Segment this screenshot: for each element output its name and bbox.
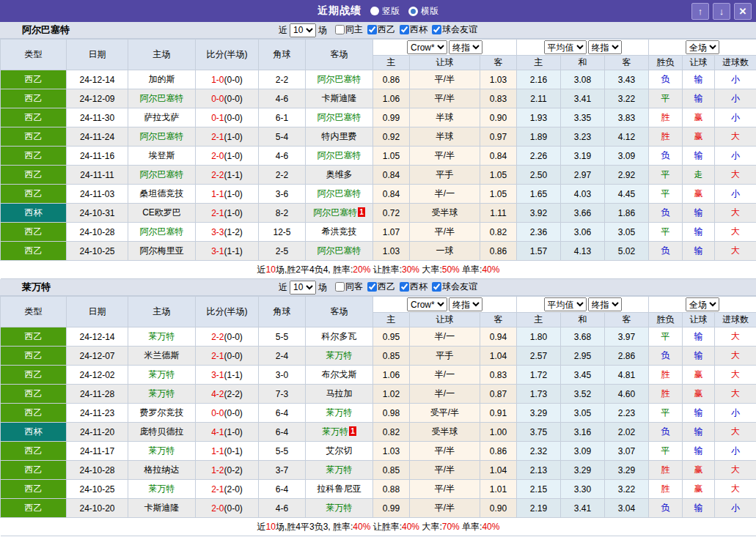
checkbox-input[interactable] <box>432 282 441 292</box>
avg-draw-odds-cell: 3.35 <box>561 108 605 127</box>
corner-cell: 2-5 <box>259 242 306 261</box>
match-row: 西乙24-11-28莱万特4-2(2-2)7-3马拉加1.02半/一0.871.… <box>1 385 756 404</box>
close-button[interactable]: ✕ <box>734 3 752 20</box>
filter-checkbox-西杯[interactable]: 西杯 <box>395 23 427 36</box>
avg-home-odds-cell: 1.65 <box>517 185 561 204</box>
average-select[interactable]: 平均值 <box>544 40 587 54</box>
col-header-corner: 角球 <box>259 40 306 70</box>
result-handicap-cell: 赢 <box>683 127 715 147</box>
crow-home-odds-cell: 0.84 <box>373 185 410 204</box>
crow-home-odds-cell: 1.06 <box>373 89 410 108</box>
crow-away-odds-cell: 0.87 <box>480 385 517 404</box>
filter-checkbox-西杯[interactable]: 西杯 <box>395 281 427 293</box>
match-date-cell: 24-10-20 <box>67 499 128 518</box>
avg-away-odds-cell: 2.92 <box>605 166 649 185</box>
match-type-cell: 西乙 <box>1 242 67 261</box>
filter-checkbox-球会友谊[interactable]: 球会友谊 <box>427 23 477 36</box>
move-down-button[interactable]: ↓ <box>713 3 730 20</box>
match-scope-select[interactable]: 全场 <box>686 297 719 311</box>
bookmaker-stage-select[interactable]: 终指 <box>449 297 482 311</box>
bookmaker-stage-select[interactable]: 终指 <box>449 40 482 54</box>
away-team-cell: 艾尔切 <box>306 442 373 461</box>
score-cell: 2-1(1-0) <box>196 204 259 223</box>
crow-away-odds-cell: 1.05 <box>480 166 517 185</box>
red-card-badge: 1 <box>358 207 365 217</box>
subcol-avg-away: 客 <box>605 313 649 327</box>
away-team-cell: 阿尔巴塞特 <box>306 108 373 127</box>
filter-checkbox-同主[interactable]: 同主 <box>329 23 363 36</box>
result-wdl-cell: 负 <box>649 204 683 223</box>
filter-controls: 近 10 场 同主西乙西杯球会友谊 <box>279 23 477 37</box>
checkbox-input[interactable] <box>400 282 409 292</box>
match-count-select[interactable]: 10 <box>290 281 316 295</box>
avg-away-odds-cell: 3.07 <box>605 442 649 461</box>
checkbox-input[interactable] <box>335 25 345 34</box>
checkbox-input[interactable] <box>335 282 345 292</box>
average-select[interactable]: 平均值 <box>544 297 587 311</box>
avg-draw-odds-cell: 2.97 <box>561 166 605 185</box>
sections-container: 阿尔巴塞特 近 10 场 同主西乙西杯球会友谊 类型 日期 主场 <box>0 22 756 536</box>
result-goals-cell: 小 <box>715 70 756 89</box>
corner-cell: 8-2 <box>259 204 306 223</box>
filter-checkbox-西乙[interactable]: 西乙 <box>363 23 395 36</box>
avg-away-odds-cell: 3.83 <box>605 108 649 127</box>
filter-checkbox-球会友谊[interactable]: 球会友谊 <box>427 281 477 293</box>
result-wdl-cell: 负 <box>649 242 683 261</box>
subcol-avg-home: 主 <box>517 313 561 327</box>
result-goals-cell: 小 <box>715 442 756 461</box>
match-row: 西乙24-10-25阿尔梅里亚3-1(1-1)2-5阿尔巴塞特1.03一球0.8… <box>1 242 756 261</box>
corner-cell: 2-2 <box>259 70 306 89</box>
match-scope-select[interactable]: 全场 <box>686 40 719 54</box>
match-date-cell: 24-12-02 <box>67 366 128 385</box>
col-header-score: 比分(半场) <box>196 40 259 70</box>
crow-away-odds-cell: 0.97 <box>480 127 517 147</box>
match-count-select[interactable]: 10 <box>290 23 316 37</box>
filter-checkbox-同客[interactable]: 同客 <box>329 281 363 293</box>
avg-draw-odds-cell: 4.13 <box>561 242 605 261</box>
subcol-crow-away: 客 <box>480 56 517 70</box>
score-cell: 2-0(0-0) <box>196 499 259 518</box>
layout-option-horizontal[interactable]: 横版 <box>408 5 438 18</box>
away-team-cell: 阿尔巴塞特 <box>306 70 373 89</box>
score-cell: 1-2(0-2) <box>196 461 259 480</box>
result-wdl-cell: 胜 <box>649 366 683 385</box>
subcol-crow-handicap: 让球 <box>410 313 480 327</box>
layout-option-vertical[interactable]: 竖版 <box>370 5 400 18</box>
avg-away-odds-cell: 2.86 <box>605 347 649 366</box>
match-type-cell: 西乙 <box>1 70 67 89</box>
checkbox-input[interactable] <box>432 25 441 34</box>
crow-handicap-cell: 半/一 <box>410 185 480 204</box>
avg-draw-odds-cell: 3.30 <box>561 480 605 499</box>
filter-checkboxes: 同客西乙西杯球会友谊 <box>329 281 477 294</box>
match-type-cell: 西乙 <box>1 108 67 127</box>
filter-checkbox-西乙[interactable]: 西乙 <box>363 281 395 293</box>
corner-cell: 5-4 <box>259 127 306 147</box>
match-date-cell: 24-11-23 <box>67 404 128 423</box>
result-goals-cell: 大 <box>715 166 756 185</box>
average-group-header: 平均值终指 <box>517 297 649 313</box>
move-up-button[interactable]: ↑ <box>691 3 709 20</box>
crow-handicap-cell: 平/半 <box>410 461 480 480</box>
close-icon: ✕ <box>739 6 747 17</box>
bookmaker-select[interactable]: Crow* <box>407 40 447 54</box>
score-cell: 2-2(1-1) <box>196 166 259 185</box>
score-cell: 2-1(1-0) <box>196 127 259 147</box>
bookmaker-select[interactable]: Crow* <box>407 297 447 311</box>
crow-home-odds-cell: 0.85 <box>373 347 410 366</box>
score-cell: 1-0(0-0) <box>196 70 259 89</box>
checkbox-input[interactable] <box>400 25 409 34</box>
checkbox-input[interactable] <box>367 25 377 34</box>
result-goals-cell: 大 <box>715 327 756 347</box>
score-cell: 4-1(1-0) <box>196 423 259 442</box>
match-row: 西乙24-11-16埃登斯2-0(1-0)4-6阿尔巴塞特1.05平/半0.84… <box>1 147 756 166</box>
crow-away-odds-cell: 1.00 <box>480 423 517 442</box>
corner-cell: 4-6 <box>259 89 306 108</box>
checkbox-input[interactable] <box>367 282 377 292</box>
average-stage-select[interactable]: 终指 <box>588 297 622 311</box>
avg-draw-odds-cell: 3.16 <box>561 423 605 442</box>
average-stage-select[interactable]: 终指 <box>588 40 622 54</box>
away-team-cell: 莱万特 <box>306 404 373 423</box>
result-handicap-cell: 赢 <box>683 480 715 499</box>
crow-away-odds-cell: 1.05 <box>480 185 517 204</box>
title-buttons: ↑ ↓ ✕ <box>691 3 752 20</box>
